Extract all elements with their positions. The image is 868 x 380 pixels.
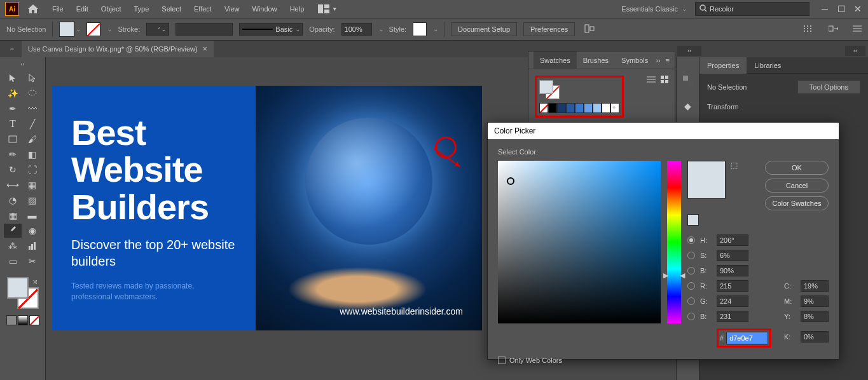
swatch[interactable] [575,103,584,113]
menu-help[interactable]: Help [285,3,310,15]
isolate-icon[interactable] [829,24,840,34]
blend-tool[interactable]: ◉ [24,224,41,238]
chevron-down-icon[interactable]: ⌵ [380,27,383,32]
swatch[interactable] [602,103,610,113]
grid-view-icon[interactable] [661,76,668,85]
pen-tool[interactable]: ✒ [4,102,22,116]
y-field[interactable]: 8% [801,311,829,322]
radio-bl[interactable] [687,313,695,320]
symbol-sprayer-tool[interactable]: ⁂ [4,239,22,253]
shape-builder-tool[interactable]: ◔ [4,193,22,207]
tool-options-button[interactable]: Tool Options [797,80,860,94]
bv-field[interactable]: 90% [717,265,748,276]
expand-icon[interactable]: ›› [656,57,660,64]
mesh-tool[interactable]: ▦ [4,208,22,222]
tab-libraries[interactable]: Libraries [747,57,789,74]
type-tool[interactable]: T [4,117,22,131]
list-view-icon[interactable] [647,76,656,85]
preferences-button[interactable]: Preferences [523,22,575,36]
tab-brushes[interactable]: Brushes [577,51,615,69]
radio-b[interactable] [687,267,695,275]
none-mode-swatch[interactable] [29,315,39,325]
graphic-style-swatch[interactable] [413,22,427,36]
k-field[interactable]: 0% [801,331,829,343]
chevron-left-icon[interactable]: ‹‹ [8,44,17,53]
brush-definition[interactable]: Basic⌵ [239,23,303,36]
swatch[interactable] [593,103,602,113]
selection-tool[interactable] [4,71,22,85]
rotate-tool[interactable]: ↻ [4,163,22,177]
menu-window[interactable]: Window [247,3,282,15]
color-field[interactable] [498,161,661,323]
magic-wand-tool[interactable]: ✨ [4,86,22,100]
workspace-dropdown[interactable]: Essentials Classic ⌵ [615,3,692,15]
menu-file[interactable]: File [47,3,69,15]
transform-xy-icon[interactable] [802,24,813,35]
curvature-tool[interactable]: 〰 [24,102,41,116]
panel-menu-icon[interactable] [853,25,862,34]
panel-menu-icon[interactable]: ≡ [666,57,670,64]
opacity-field[interactable]: 100% [341,23,372,36]
lasso-tool[interactable] [24,86,41,100]
swatch[interactable] [584,103,593,113]
h-field[interactable]: 206° [717,234,748,246]
b-field[interactable]: 231 [717,311,748,322]
eraser-tool[interactable]: ◧ [24,147,41,161]
direct-selection-tool[interactable] [24,71,41,85]
color-mode-swatch[interactable] [6,315,17,325]
fill-swatch[interactable] [59,22,74,37]
home-icon[interactable] [27,3,39,15]
menu-effect[interactable]: Effect [189,3,217,15]
swap-icon[interactable]: ⤭ [32,278,38,285]
hex-field[interactable]: d7e0e7 [726,332,768,344]
swatch-none[interactable] [539,103,548,113]
radio-g[interactable] [687,297,695,305]
chevron-left-icon[interactable]: ‹‹ [18,60,27,69]
s-field[interactable]: 6% [717,250,748,261]
maximize-button[interactable]: ☐ [836,4,846,14]
m-field[interactable]: 9% [801,295,829,307]
only-web-colors-checkbox[interactable] [498,356,506,364]
radio-r[interactable] [687,282,695,290]
arrange-docs-icon[interactable]: ▼ [318,4,337,13]
radio-h[interactable] [687,236,695,244]
swatch[interactable] [548,103,557,113]
chevron-down-icon[interactable]: ⌵ [434,27,437,32]
fill-stroke-indicator[interactable]: ⤭ [7,277,39,309]
tab-properties[interactable]: Properties [699,57,747,74]
scale-tool[interactable]: ⛶ [24,163,41,177]
menu-view[interactable]: View [219,3,245,15]
stroke-swatch[interactable] [86,22,100,36]
collapse-panel-icon[interactable]: ›› [677,46,701,56]
line-tool[interactable]: ╱ [24,117,41,131]
document-tab[interactable]: Use Canva Design to Wix.png* @ 50% (RGB/… [22,41,214,57]
collapse-panel-icon[interactable]: ‹‹ [845,46,865,56]
paintbrush-tool[interactable]: 🖌 [24,132,41,146]
swatch-registration[interactable]: ✦ [610,103,619,113]
align-icon[interactable] [584,24,596,35]
cube-icon[interactable]: ⬚ [731,161,738,170]
shaper-tool[interactable]: ✏ [4,147,22,161]
color-guide-icon[interactable]: ◆ [681,99,695,113]
fill-indicator[interactable] [7,277,29,299]
color-panel-icon[interactable] [681,74,695,88]
close-button[interactable]: ✕ [853,4,863,14]
gradient-tool[interactable]: ▬ [24,208,41,222]
free-transform-tool[interactable]: ▦ [24,178,41,192]
search-input[interactable] [710,5,805,13]
menu-type[interactable]: Type [129,3,155,15]
eyedropper-tool[interactable] [4,224,22,238]
hue-slider[interactable]: ▶◀ [667,161,681,323]
color-swatches-button[interactable]: Color Swatches [765,196,829,210]
slice-tool[interactable]: ✂ [24,254,41,268]
tab-symbols[interactable]: Symbols [615,51,654,69]
ok-button[interactable]: OK [765,161,829,175]
search-box[interactable] [695,2,809,16]
artboard-tool[interactable]: ▭ [4,254,22,268]
chevron-down-icon[interactable]: ⌵ [77,27,80,32]
c-field[interactable]: 19% [801,280,829,292]
rectangle-tool[interactable] [4,132,22,146]
close-icon[interactable]: × [203,44,207,53]
menu-object[interactable]: Object [96,3,127,15]
perspective-tool[interactable]: ▨ [24,193,41,207]
